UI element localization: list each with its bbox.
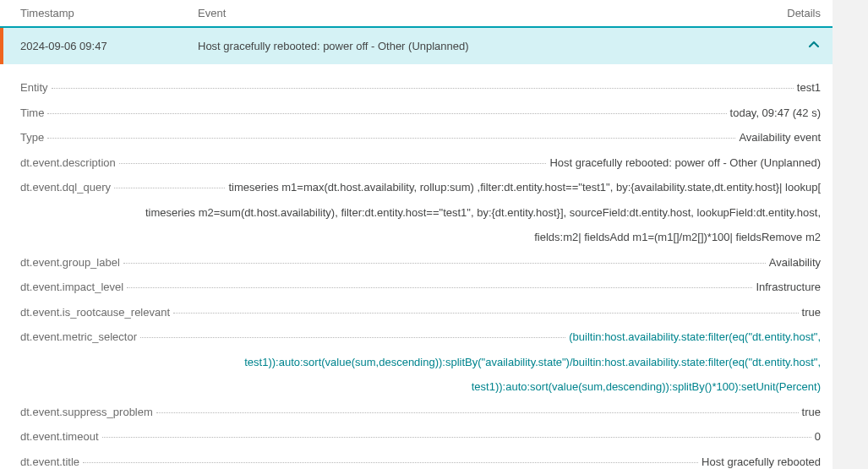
detail-metric-selector: dt.event.metric_selector (builtin:host.a…: [20, 329, 821, 395]
detail-is-rootcause-relevant: dt.event.is_rootcause_relevant true: [20, 304, 821, 321]
header-details: Details: [770, 7, 821, 19]
header-event: Event: [198, 7, 770, 19]
detail-label: dt.event.dql_query: [20, 179, 111, 196]
detail-value-link-cont[interactable]: test1)):auto:sort(value(sum,descending))…: [20, 379, 821, 395]
detail-description: dt.event.description Host gracefully reb…: [20, 155, 821, 172]
detail-value: Availability event: [739, 129, 821, 146]
detail-suppress-problem: dt.event.suppress_problem true: [20, 404, 821, 421]
detail-value: timeseries m1=max(dt.host.availability, …: [228, 179, 821, 196]
detail-impact-level: dt.event.impact_level Infrastructure: [20, 279, 821, 296]
detail-label: dt.event.metric_selector: [20, 329, 137, 346]
detail-label: dt.event.suppress_problem: [20, 404, 153, 421]
detail-value: 0: [815, 428, 821, 445]
detail-label: dt.event.timeout: [20, 428, 99, 445]
detail-value: Availability: [769, 254, 821, 271]
collapse-button[interactable]: [770, 38, 821, 54]
detail-value: Host gracefully rebooted: [701, 454, 821, 470]
detail-value-cont: fields:m2| fieldsAdd m1=(m1[]/m2[])*100|…: [20, 229, 821, 246]
header-timestamp: Timestamp: [20, 7, 198, 19]
detail-label: Type: [20, 129, 44, 146]
detail-title: dt.event.title Host gracefully rebooted: [20, 454, 821, 470]
detail-label: dt.event.impact_level: [20, 279, 123, 296]
right-gutter: [833, 0, 868, 469]
detail-dql-query: dt.event.dql_query timeseries m1=max(dt.…: [20, 179, 821, 246]
detail-value: true: [802, 304, 821, 321]
detail-timeout: dt.event.timeout 0: [20, 428, 821, 445]
detail-value-link[interactable]: (builtin:host.availability.state:filter(…: [569, 329, 821, 346]
detail-value: Host gracefully rebooted: power off - Ot…: [549, 155, 821, 172]
detail-time: Time today, 09:47 (42 s): [20, 105, 821, 122]
detail-value-cont: timeseries m2=sum(dt.host.availability),…: [20, 205, 821, 221]
detail-label: Time: [20, 105, 44, 122]
detail-value: Infrastructure: [756, 279, 821, 296]
detail-label: Entity: [20, 79, 48, 96]
detail-label: dt.event.description: [20, 155, 116, 172]
detail-entity: Entity test1: [20, 79, 821, 96]
detail-value: true: [802, 404, 821, 421]
detail-group-label: dt.event.group_label Availability: [20, 254, 821, 271]
detail-type: Type Availability event: [20, 129, 821, 146]
detail-value-link-cont[interactable]: test1)):auto:sort(value(sum,descending))…: [20, 354, 821, 371]
event-timestamp: 2024-09-06 09:47: [20, 40, 198, 52]
chevron-up-icon: [807, 41, 821, 54]
detail-value: today, 09:47 (42 s): [730, 105, 821, 122]
detail-value: test1: [797, 79, 821, 96]
event-row[interactable]: 2024-09-06 09:47 Host gracefully reboote…: [0, 28, 833, 64]
event-details: Entity test1 Time today, 09:47 (42 s) Ty…: [0, 64, 833, 469]
event-details-panel: Timestamp Event Details 2024-09-06 09:47…: [0, 0, 833, 469]
event-title: Host gracefully rebooted: power off - Ot…: [198, 40, 770, 52]
table-header: Timestamp Event Details: [0, 0, 833, 28]
detail-label: dt.event.is_rootcause_relevant: [20, 304, 170, 321]
detail-label: dt.event.title: [20, 454, 79, 470]
detail-label: dt.event.group_label: [20, 254, 120, 271]
